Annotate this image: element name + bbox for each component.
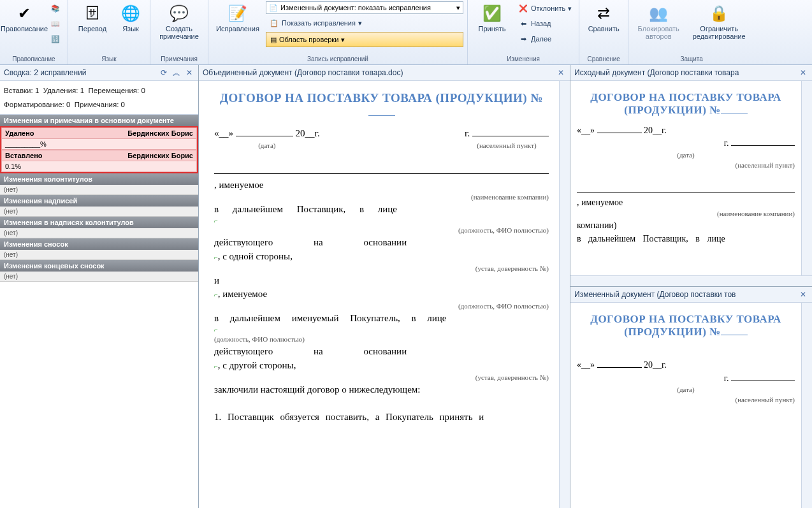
- group-language: 🈂 Перевод 🌐 Язык Язык: [68, 0, 150, 64]
- group-tracking: 📝 Исправления 📄Измененный документ: пока…: [208, 0, 468, 64]
- reviewing-panel: Сводка: 2 исправлений ⟳ ︽ ✕ Вставки: 1 У…: [0, 65, 199, 508]
- summary-stats: Вставки: 1 Удаления: 1 Перемещения: 0 Фо…: [0, 81, 198, 115]
- combined-document[interactable]: ДОГОВОР НА ПОСТАВКУ ТОВАРА (ПРОДУКЦИИ) №…: [199, 81, 559, 508]
- change-deleted-value: _________%: [1, 139, 197, 150]
- revised-pane: Измененный документ (Договор поставки то…: [570, 287, 812, 508]
- group-label: Запись исправлений: [307, 54, 368, 64]
- group-label: Правописание: [12, 54, 55, 64]
- section-hf: Изменения колонтитулов: [0, 173, 198, 185]
- supplier-line: в дальнейшем Поставщик, в лице: [577, 233, 795, 245]
- thesaurus-icon: 📖: [50, 18, 61, 29]
- and-text: и: [214, 274, 549, 288]
- thesaurus-button[interactable]: 📖: [47, 17, 64, 31]
- position-label: (должность, ФИО полностью): [214, 301, 549, 312]
- pane-icon: ▤: [270, 36, 277, 44]
- date-label: (дата): [214, 141, 320, 151]
- supplier-line: в дальнейшем Поставщик, в лице: [214, 203, 549, 217]
- close-icon[interactable]: ✕: [798, 68, 808, 78]
- section-en: Изменения концевых сносок: [0, 260, 198, 272]
- company-label: (наименование компании): [214, 192, 549, 203]
- block-authors-button: 👥 Блокировать авторов: [632, 1, 685, 42]
- charter-label: (устав, доверенность №): [214, 373, 549, 383]
- none-label: (нет): [0, 272, 198, 282]
- source-title: Исходный документ (Договор поставки това…: [574, 68, 795, 77]
- reject-button[interactable]: ❌Отклонить▾: [515, 1, 575, 15]
- scrollbar-vertical[interactable]: [801, 303, 812, 508]
- change-deleted[interactable]: УдаленоБердинских Борис: [1, 127, 197, 139]
- spellcheck-icon: ✔: [14, 3, 34, 24]
- section-tbhf: Изменения в надписях колонтитулов: [0, 217, 198, 228]
- refresh-icon[interactable]: ⟳: [159, 68, 169, 78]
- accept-button[interactable]: ✅ Принять: [472, 1, 512, 34]
- track-changes-button[interactable]: 📝 Исправления: [212, 1, 263, 34]
- section-fn: Изменения сносок: [0, 238, 198, 250]
- city-label: (населенный пункт): [465, 141, 549, 151]
- chevron-down-icon: ▾: [358, 19, 362, 27]
- doc-title: ДОГОВОР НА ПОСТАВКУ ТОВАРА (ПРОДУКЦИИ) №: [214, 91, 549, 119]
- wordcount-icon: 🔢: [50, 34, 61, 44]
- chevron-down-icon: ▾: [568, 4, 572, 13]
- revised-header: Измененный документ (Договор поставки то…: [570, 287, 812, 303]
- revised-document[interactable]: ДОГОВОР НА ПОСТАВКУ ТОВАРА (ПРОДУКЦИИ) №…: [570, 303, 801, 508]
- translate-icon: 🈂: [82, 3, 103, 24]
- none-label: (нет): [0, 250, 198, 260]
- source-pane: Исходный документ (Договор поставки това…: [570, 65, 812, 287]
- compare-button[interactable]: ⇄ Сравнить: [583, 1, 624, 34]
- language-button[interactable]: 🌐 Язык: [115, 1, 146, 34]
- group-label: Изменения: [507, 54, 540, 64]
- change-inserted[interactable]: ВставленоБердинских Борис: [1, 150, 197, 161]
- comment-icon: 💬: [169, 3, 189, 24]
- source-document[interactable]: ДОГОВОР НА ПОСТАВКУ ТОВАРА (ПРОДУКЦИИ) №…: [570, 81, 801, 275]
- spellcheck-button[interactable]: ✔ Правописание: [4, 1, 45, 34]
- chevron-down-icon: ▾: [456, 4, 460, 12]
- summary-body: Изменения и примечания в основном докуме…: [0, 115, 198, 508]
- revision-mark-icon: ⌐: [214, 326, 549, 335]
- scrollbar-horizontal[interactable]: [570, 275, 812, 286]
- compare-icon: ⇄: [593, 3, 614, 24]
- right-column: Исходный документ (Договор поставки това…: [570, 65, 812, 508]
- city-label: (населенный пункт): [577, 395, 795, 405]
- reviewing-pane-button[interactable]: ▤ Область проверки ▾: [266, 32, 463, 47]
- close-icon[interactable]: ✕: [184, 68, 194, 78]
- date-label: (дата): [577, 385, 795, 395]
- doc-icon: 📄: [269, 4, 278, 12]
- wordcount-button[interactable]: 🔢: [47, 32, 64, 46]
- collapse-icon[interactable]: ︽: [171, 68, 182, 78]
- restrict-editing-button[interactable]: 🔒 Ограничить редактирование: [687, 1, 751, 42]
- scrollbar-vertical[interactable]: [559, 81, 570, 508]
- position-label: (должность, ФИО полностью): [214, 226, 549, 236]
- close-icon[interactable]: ✕: [556, 68, 566, 78]
- combined-header: Объединенный документ (Договор поставки …: [199, 65, 570, 81]
- next-button[interactable]: ➡Далее: [515, 32, 575, 46]
- chevron-down-icon: ▾: [341, 36, 345, 44]
- close-icon[interactable]: ✕: [798, 289, 808, 300]
- research-button[interactable]: 📚: [47, 1, 64, 15]
- group-changes: ✅ Принять ❌Отклонить▾ ⬅Назад ➡Далее Изме…: [468, 0, 579, 64]
- main-area: Сводка: 2 исправлений ⟳ ︽ ✕ Вставки: 1 У…: [0, 65, 812, 508]
- display-mode-dropdown[interactable]: 📄Измененный документ: показать исправлен…: [266, 1, 463, 14]
- translate-button[interactable]: 🈂 Перевод: [72, 1, 113, 34]
- reject-icon: ❌: [518, 3, 528, 13]
- company-text: компании): [577, 219, 795, 232]
- summary-title: Сводка: 2 исправлений: [4, 68, 156, 77]
- changes-highlight: УдаленоБердинских Борис _________% Встав…: [0, 126, 198, 173]
- position-label: (должность, ФИО полностью): [214, 335, 549, 345]
- block-icon: 👥: [648, 3, 669, 24]
- show-markup-dropdown[interactable]: 📋 Показать исправления ▾: [266, 16, 463, 30]
- none-label: (нет): [0, 228, 198, 238]
- section-main-doc: Изменения и примечания в основном докуме…: [0, 115, 198, 126]
- combined-pane: Объединенный документ (Договор поставки …: [199, 65, 570, 508]
- company-label: (наименование компании): [577, 209, 795, 219]
- date-label: (дата): [577, 150, 795, 161]
- buyer-line: в дальнейшем именуемый Покупатель, в лиц…: [214, 312, 549, 326]
- doc-title: ДОГОВОР НА ПОСТАВКУ ТОВАРА (ПРОДУКЦИИ) №: [577, 91, 795, 117]
- city-label: (населенный пункт): [577, 161, 795, 171]
- source-header: Исходный документ (Договор поставки това…: [570, 65, 812, 81]
- section-tb: Изменения надписей: [0, 195, 198, 207]
- ribbon: ✔ Правописание 📚 📖 🔢 Правописание 🈂 Пере…: [0, 0, 812, 65]
- previous-button[interactable]: ⬅Назад: [515, 17, 575, 31]
- scrollbar-vertical[interactable]: [801, 81, 812, 275]
- revised-title: Измененный документ (Договор поставки то…: [574, 290, 795, 299]
- new-comment-button[interactable]: 💬 Создать примечание: [154, 1, 204, 42]
- change-inserted-value: 0.1%: [1, 161, 197, 172]
